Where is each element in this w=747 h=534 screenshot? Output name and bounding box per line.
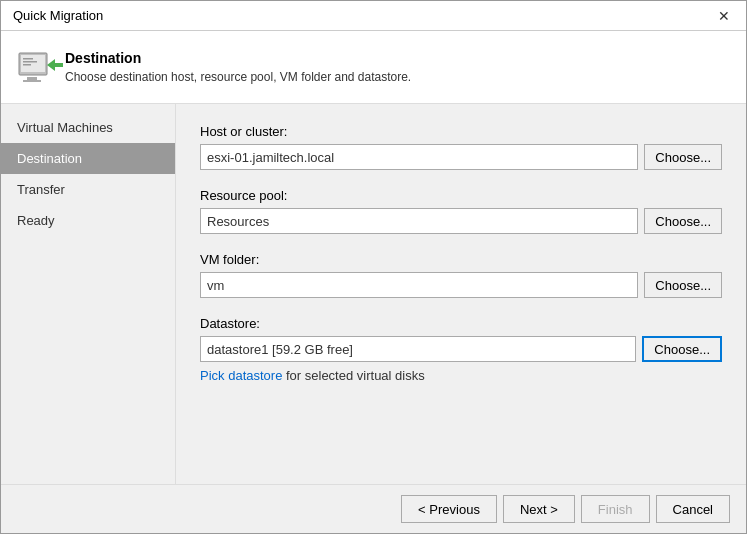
vm-folder-group: VM folder: Choose... — [200, 252, 722, 298]
datastore-group: Datastore: Choose... Pick datastore for … — [200, 316, 722, 383]
next-button[interactable]: Next > — [503, 495, 575, 523]
resource-pool-input[interactable] — [200, 208, 638, 234]
svg-rect-5 — [23, 58, 33, 60]
finish-button[interactable]: Finish — [581, 495, 650, 523]
sidebar-item-virtual-machines[interactable]: Virtual Machines — [1, 112, 175, 143]
resource-pool-row: Choose... — [200, 208, 722, 234]
datastore-input[interactable] — [200, 336, 636, 362]
main-content: Host or cluster: Choose... Resource pool… — [176, 104, 746, 484]
resource-pool-label: Resource pool: — [200, 188, 722, 203]
previous-button[interactable]: < Previous — [401, 495, 497, 523]
pick-datastore-link[interactable]: Pick datastore — [200, 368, 282, 383]
migration-icon — [17, 43, 65, 91]
title-bar: Quick Migration ✕ — [1, 1, 746, 31]
close-button[interactable]: ✕ — [714, 6, 734, 26]
host-cluster-label: Host or cluster: — [200, 124, 722, 139]
svg-rect-1 — [21, 55, 45, 72]
sidebar-item-transfer[interactable]: Transfer — [1, 174, 175, 205]
pick-datastore-row: Pick datastore for selected virtual disk… — [200, 368, 722, 383]
dialog-title: Quick Migration — [13, 8, 103, 23]
sidebar: Virtual Machines Destination Transfer Re… — [1, 104, 176, 484]
sidebar-item-ready[interactable]: Ready — [1, 205, 175, 236]
svg-marker-4 — [47, 59, 63, 71]
svg-rect-7 — [23, 64, 31, 66]
sidebar-item-destination[interactable]: Destination — [1, 143, 175, 174]
footer: < Previous Next > Finish Cancel — [1, 484, 746, 533]
datastore-row: Choose... — [200, 336, 722, 362]
vm-folder-choose-button[interactable]: Choose... — [644, 272, 722, 298]
svg-rect-6 — [23, 61, 37, 63]
vm-folder-input[interactable] — [200, 272, 638, 298]
header-title: Destination — [65, 50, 411, 66]
resource-pool-group: Resource pool: Choose... — [200, 188, 722, 234]
datastore-label: Datastore: — [200, 316, 722, 331]
header-description: Choose destination host, resource pool, … — [65, 70, 411, 84]
cancel-button[interactable]: Cancel — [656, 495, 730, 523]
header-area: Destination Choose destination host, res… — [1, 31, 746, 104]
resource-pool-choose-button[interactable]: Choose... — [644, 208, 722, 234]
content-area: Virtual Machines Destination Transfer Re… — [1, 104, 746, 484]
quick-migration-dialog: Quick Migration ✕ Destination Choose des… — [0, 0, 747, 534]
vm-folder-row: Choose... — [200, 272, 722, 298]
pick-datastore-suffix: for selected virtual disks — [282, 368, 424, 383]
host-cluster-choose-button[interactable]: Choose... — [644, 144, 722, 170]
host-cluster-input[interactable] — [200, 144, 638, 170]
svg-rect-3 — [23, 80, 41, 82]
header-text: Destination Choose destination host, res… — [65, 50, 411, 84]
vm-folder-label: VM folder: — [200, 252, 722, 267]
host-cluster-row: Choose... — [200, 144, 722, 170]
host-cluster-group: Host or cluster: Choose... — [200, 124, 722, 170]
datastore-choose-button[interactable]: Choose... — [642, 336, 722, 362]
